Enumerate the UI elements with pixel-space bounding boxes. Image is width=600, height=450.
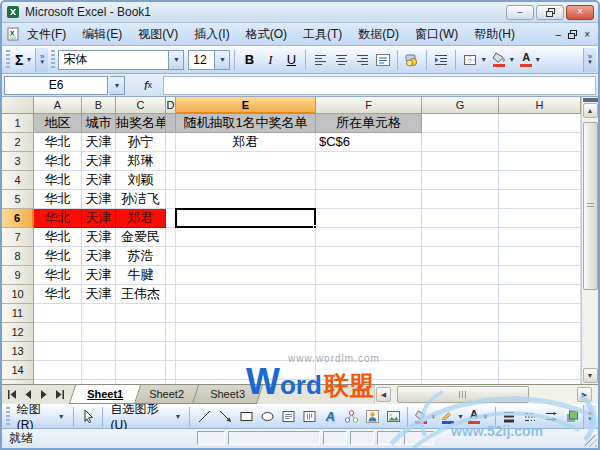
increase-indent-button[interactable] [431, 49, 451, 71]
menu-help[interactable]: 帮助(H) [467, 24, 522, 45]
cell-D11[interactable] [166, 304, 176, 323]
row-header-13[interactable]: 13 [2, 342, 34, 361]
cell-E5[interactable] [176, 190, 316, 209]
cell-A11[interactable] [34, 304, 82, 323]
cell-E1[interactable]: 随机抽取1名中奖名单 [176, 114, 316, 133]
scroll-up-button[interactable]: ▲ [583, 103, 598, 118]
row-header-12[interactable]: 12 [2, 323, 34, 342]
cell-H14[interactable] [499, 361, 581, 380]
name-box-dropdown-icon[interactable]: ▼ [110, 76, 125, 95]
cell-A9[interactable]: 华北 [34, 266, 82, 285]
menu-window[interactable]: 窗口(W) [408, 24, 465, 45]
selection-box-E6[interactable] [175, 208, 316, 228]
font-size-dropdown-icon[interactable]: ▼ [214, 51, 229, 69]
draw-font-color-dropdown-icon[interactable]: ▼ [482, 413, 489, 420]
arrow-button[interactable] [215, 406, 235, 428]
cell-A14[interactable] [34, 361, 82, 380]
cell-H7[interactable] [499, 228, 581, 247]
row-header-3[interactable]: 3 [2, 152, 34, 171]
cell-H1[interactable] [499, 114, 581, 133]
doc-close-button[interactable]: × [584, 29, 590, 40]
arrow-style-button[interactable] [541, 406, 561, 428]
cell-E10[interactable] [176, 285, 316, 304]
cell-B6[interactable]: 天津 [82, 209, 116, 228]
insert-picture-button[interactable] [383, 406, 403, 428]
cell-D8[interactable] [166, 247, 176, 266]
cell-B7[interactable]: 天津 [82, 228, 116, 247]
cell-D5[interactable] [166, 190, 176, 209]
cell-H12[interactable] [499, 323, 581, 342]
autoshapes-dropdown-icon[interactable]: ▼ [174, 413, 181, 420]
cell-H5[interactable] [499, 190, 581, 209]
cell-F3[interactable] [316, 152, 422, 171]
cell-B2[interactable]: 天津 [82, 133, 116, 152]
cell-C1[interactable]: 抽奖名单 [116, 114, 166, 133]
toolbar-grip2[interactable] [51, 50, 55, 70]
column-header-a[interactable]: A [34, 97, 82, 114]
line-button[interactable] [194, 406, 214, 428]
scroll-right-button[interactable]: ▶ [577, 387, 592, 402]
cell-A5[interactable]: 华北 [34, 190, 82, 209]
cell-B13[interactable] [82, 342, 116, 361]
tab-sheet2[interactable]: Sheet2 [131, 385, 202, 404]
toolbar-grip[interactable] [6, 50, 10, 70]
cell-A7[interactable]: 华北 [34, 228, 82, 247]
menu-file[interactable]: 文件(F) [20, 24, 73, 45]
cell-E8[interactable] [176, 247, 316, 266]
menu-tools[interactable]: 工具(T) [296, 24, 349, 45]
tab-sheet1[interactable]: Sheet1 [69, 385, 141, 404]
row-header-5[interactable]: 5 [2, 190, 34, 209]
cell-A10[interactable]: 华北 [34, 285, 82, 304]
text-box-button[interactable] [278, 406, 298, 428]
vertical-split-handle[interactable] [583, 98, 598, 102]
cell-D3[interactable] [166, 152, 176, 171]
line-color-dropdown-icon[interactable]: ▼ [457, 413, 464, 420]
font-name-combo[interactable]: 宋体 ▼ [58, 50, 184, 70]
cell-F2[interactable]: $C$6 [316, 133, 422, 152]
align-left-button[interactable] [310, 49, 330, 71]
vertical-scroll-thumb[interactable] [583, 122, 598, 290]
cell-F6[interactable] [316, 209, 422, 228]
font-color-button[interactable]: A ▼ [518, 49, 543, 71]
drawbar-grip[interactable] [6, 407, 10, 427]
cell-E11[interactable] [176, 304, 316, 323]
tab-next-button[interactable] [36, 386, 52, 403]
cell-C9[interactable]: 牛腱 [116, 266, 166, 285]
menu-format[interactable]: 格式(O) [239, 24, 294, 45]
cell-C10[interactable]: 王伟杰 [116, 285, 166, 304]
autoshapes-menu-button[interactable]: 自选图形(U) ▼ [107, 406, 186, 428]
vertical-text-box-button[interactable] [299, 406, 319, 428]
cell-D9[interactable] [166, 266, 176, 285]
cell-A1[interactable]: 地区 [34, 114, 82, 133]
cell-E2[interactable]: 郑君 [176, 133, 316, 152]
cell-C5[interactable]: 孙洁飞 [116, 190, 166, 209]
cell-F14[interactable] [316, 361, 422, 380]
row-header-8[interactable]: 8 [2, 247, 34, 266]
line-style-button[interactable] [499, 406, 519, 428]
draw-menu-button[interactable]: 绘图(R) ▼ [13, 406, 69, 428]
cell-G2[interactable] [422, 133, 499, 152]
align-right-button[interactable] [352, 49, 372, 71]
cell-G9[interactable] [422, 266, 499, 285]
cell-E12[interactable] [176, 323, 316, 342]
cell-A12[interactable] [34, 323, 82, 342]
cell-H13[interactable] [499, 342, 581, 361]
fill-color-dropdown-icon[interactable]: ▼ [508, 56, 515, 63]
cell-F4[interactable] [316, 171, 422, 190]
cell-G13[interactable] [422, 342, 499, 361]
cell-C2[interactable]: 孙宁 [116, 133, 166, 152]
italic-button[interactable]: I [260, 49, 280, 71]
column-header-c[interactable]: C [116, 97, 166, 114]
cell-B10[interactable]: 天津 [82, 285, 116, 304]
name-box[interactable]: E6 [4, 76, 108, 95]
tab-last-button[interactable] [52, 386, 68, 403]
cell-H9[interactable] [499, 266, 581, 285]
cell-D12[interactable] [166, 323, 176, 342]
row-header-7[interactable]: 7 [2, 228, 34, 247]
cell-G4[interactable] [422, 171, 499, 190]
row-header-11[interactable]: 11 [2, 304, 34, 323]
bold-button[interactable]: B [239, 49, 259, 71]
cell-F7[interactable] [316, 228, 422, 247]
cell-B4[interactable]: 天津 [82, 171, 116, 190]
cell-C4[interactable]: 刘颖 [116, 171, 166, 190]
